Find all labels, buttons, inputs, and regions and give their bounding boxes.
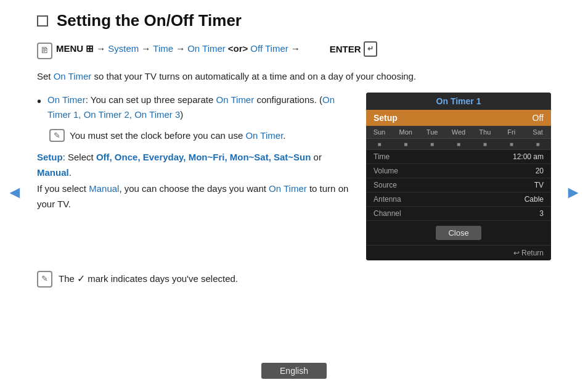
setup-manual: Manual: [37, 167, 69, 178]
menu-enter-row: ENTER ↵: [303, 41, 377, 57]
panel-close-row: Close: [366, 221, 551, 245]
menu-enter: ENTER ↵: [330, 41, 377, 57]
panel-days-row: Sun Mon Tue Wed Thu Fri Sat: [366, 126, 551, 139]
menu-system: System: [108, 41, 139, 56]
desc-on-timer-link: On Timer: [54, 71, 92, 81]
channel-value: 3: [539, 209, 544, 218]
antenna-label: Antenna: [374, 195, 401, 204]
setup-on-timer-2: On Timer: [269, 183, 307, 194]
menu-arrow-1: →: [96, 41, 105, 56]
title-checkbox: [37, 15, 48, 27]
description: Set On Timer so that your TV turns on au…: [37, 69, 551, 84]
source-label: Source: [374, 181, 397, 189]
panel-antenna-row: Antenna Cable: [366, 192, 551, 207]
bullet-configs: On Timer 1, On Timer 2, On Timer 3: [47, 94, 335, 120]
menu-icon: 🖹: [37, 43, 52, 59]
panel-setup-label: Setup: [374, 113, 398, 123]
title-row: Setting the On/Off Timer: [37, 11, 551, 30]
return-label: ↩ Return: [513, 249, 544, 257]
enter-icon: ↵: [364, 41, 377, 57]
panel-return-row: ↩ Return: [366, 245, 551, 260]
panel-setup-row: Setup Off: [366, 110, 551, 126]
close-button[interactable]: Close: [436, 226, 481, 240]
note-row: ✎ You must set the clock before you can …: [49, 128, 354, 143]
setup-section: Setup: Select Off, Once, Everyday, Mon~F…: [37, 149, 354, 212]
menu-time: Time: [153, 41, 173, 56]
page-title: Setting the On/Off Timer: [57, 11, 242, 30]
bullet-dot: •: [37, 93, 41, 110]
panel-volume-row: Volume 20: [366, 164, 551, 178]
panel-setup-value: Off: [533, 113, 544, 123]
bullet-item: • On Timer: You can set up three separat…: [37, 93, 354, 122]
setup-options: Off, Once, Everyday, Mon~Fri, Mon~Sat, S…: [96, 152, 311, 162]
panel-time-row: Time 12:00 am: [366, 150, 551, 164]
ind-mon: ■: [393, 139, 419, 149]
language-label: English: [261, 363, 327, 379]
day-sat: Sat: [525, 126, 551, 138]
antenna-value: Cable: [525, 195, 544, 204]
ind-sun: ■: [366, 139, 393, 149]
menu-bold: MENU ⊞: [56, 41, 94, 56]
day-mon: Mon: [393, 126, 419, 138]
ind-sat: ■: [525, 139, 551, 149]
panel-indicator-row: ■ ■ ■ ■ ■ ■ ■: [366, 139, 551, 150]
channel-label: Channel: [374, 209, 401, 218]
main-content: Setting the On/Off Timer 🖹 MENU ⊞ → Syst…: [0, 0, 588, 299]
bottom-note: ✎ The ✓ mark indicates days you've selec…: [37, 270, 551, 288]
nav-left-arrow[interactable]: ◄: [6, 183, 23, 202]
note-on-timer: On Timer: [245, 130, 283, 141]
ind-tue: ■: [419, 139, 446, 149]
menu-arrow-4: →: [291, 41, 300, 56]
bottom-note-icon: ✎: [37, 271, 52, 288]
day-tue: Tue: [419, 126, 446, 138]
menu-off-timer: Off Timer: [250, 41, 288, 56]
ind-fri: ■: [498, 139, 525, 149]
day-wed: Wed: [446, 126, 472, 138]
volume-value: 20: [536, 167, 544, 175]
panel-source-row: Source TV: [366, 178, 551, 192]
time-label: Time: [374, 152, 390, 161]
ind-wed: ■: [446, 139, 472, 149]
bullet-on-timer: On Timer: [47, 94, 86, 105]
menu-path: 🖹 MENU ⊞ → System → Time → On Timer <or>…: [37, 41, 551, 59]
menu-on-timer: On Timer: [187, 41, 226, 56]
panel-channel-row: Channel 3: [366, 207, 551, 221]
note-text: You must set the clock before you can us…: [70, 128, 285, 143]
main-content-area: • On Timer: You can set up three separat…: [37, 93, 551, 260]
time-value: 12:00 am: [513, 152, 544, 161]
ind-thu: ■: [472, 139, 498, 149]
ontimer-panel: On Timer 1 Setup Off Sun Mon Tue Wed Thu…: [366, 93, 551, 260]
checkmark-icon: ✓: [77, 273, 85, 284]
left-content: • On Timer: You can set up three separat…: [37, 93, 354, 212]
bullet-on-timer-2: On Timer: [216, 94, 255, 105]
nav-right-arrow[interactable]: ►: [565, 183, 582, 202]
panel-title: On Timer 1: [366, 93, 551, 110]
setup-manual-2: Manual: [89, 183, 119, 194]
day-fri: Fri: [498, 126, 525, 138]
menu-arrow-3: →: [176, 41, 185, 56]
menu-or: <or>: [228, 41, 248, 56]
footer: English: [0, 357, 588, 385]
menu-arrow-2: →: [141, 41, 150, 56]
bottom-note-text: The ✓ mark indicates days you've selecte…: [59, 271, 238, 287]
volume-label: Volume: [374, 167, 398, 175]
note-icon: ✎: [49, 129, 65, 142]
day-sun: Sun: [366, 126, 393, 138]
source-value: TV: [534, 181, 544, 189]
setup-label: Setup: [37, 152, 63, 162]
day-thu: Thu: [472, 126, 498, 138]
bullet-text: On Timer: You can set up three separate …: [47, 93, 354, 122]
